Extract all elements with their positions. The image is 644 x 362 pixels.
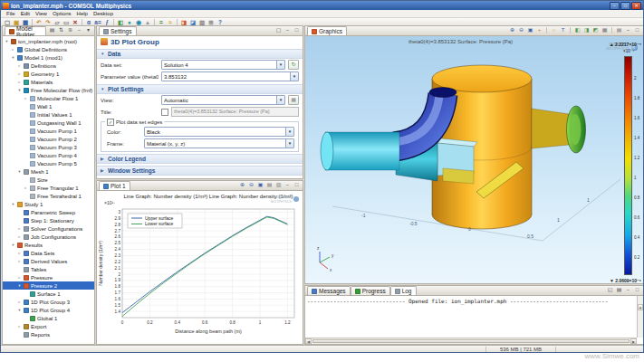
- show-hide-icon[interactable]: ▤: [48, 26, 56, 34]
- plot1-canvas[interactable]: 1.41.51.61.71.81.922.12.22.32.42.52.62.7…: [97, 191, 303, 345]
- section-window-settings[interactable]: ▶ Window Settings: [97, 166, 303, 176]
- chevron-open-icon[interactable]: ▾: [17, 308, 22, 312]
- tree-item-vacuum-pump-4[interactable]: Vacuum Pump 4: [3, 151, 94, 159]
- title-bar[interactable]: ion_implanter.mph - COMSOL Multiphysics …: [1, 1, 643, 10]
- tree-item-data-sets[interactable]: ▹Data Sets: [3, 249, 94, 257]
- section-data[interactable]: ▼ Data: [97, 49, 303, 59]
- chevron-closed-icon[interactable]: ▹: [24, 96, 28, 100]
- tab-messages[interactable]: Messages: [307, 286, 351, 295]
- chevron-closed-icon[interactable]: ▹: [17, 226, 22, 231]
- tab-settings[interactable]: Settings: [99, 26, 137, 35]
- tree-item-wall-1[interactable]: Wall 1: [3, 102, 94, 110]
- model-3d-scene[interactable]: z y x: [305, 36, 643, 283]
- log-vertical-scrollbar[interactable]: ▲ ▼: [637, 296, 643, 338]
- transparency-icon[interactable]: T: [559, 26, 567, 34]
- maximize-icon[interactable]: □: [293, 26, 301, 34]
- menu-help[interactable]: Help: [74, 11, 91, 16]
- tree-item-free-tetrahedral-1[interactable]: Free Tetrahedral 1: [3, 192, 94, 200]
- tab-plot-1[interactable]: Plot 1: [99, 181, 130, 190]
- chevron-open-icon[interactable]: ▾: [11, 202, 15, 206]
- tree-item-surface-1[interactable]: Surface 1: [3, 290, 94, 298]
- tree-item-vacuum-pump-3[interactable]: Vacuum Pump 3: [3, 143, 94, 151]
- tree-item-definitions[interactable]: ▹Definitions: [3, 62, 94, 70]
- detach-icon[interactable]: ▢: [274, 26, 283, 34]
- tree-item-solver-configurations[interactable]: ▹Solver Configurations: [3, 224, 94, 233]
- section-plot-settings[interactable]: ▼ Plot Settings: [97, 84, 303, 94]
- minimize-button[interactable]: −: [610, 2, 620, 10]
- tree-item-global-1[interactable]: Global 1: [3, 314, 94, 322]
- tree-item-molecular-flow-1[interactable]: ▹Molecular Flow 1: [3, 94, 94, 102]
- chevron-closed-icon[interactable]: ▹: [17, 71, 22, 76]
- tree-item-step-1-stationary[interactable]: Step 1: Stationary: [3, 216, 94, 224]
- zoom-extents-icon[interactable]: ▣: [526, 26, 534, 34]
- zoom-in-icon[interactable]: ⊕: [508, 26, 516, 34]
- minimize-icon[interactable]: −: [284, 181, 292, 189]
- image-export-icon[interactable]: ▥: [274, 181, 283, 189]
- chevron-closed-icon[interactable]: ▹: [11, 47, 15, 52]
- tree-item-reports[interactable]: Reports: [3, 330, 94, 338]
- tree-item-results[interactable]: ▾Results: [3, 241, 94, 249]
- log-horizontal-scrollbar[interactable]: ◀ ▶: [305, 338, 637, 344]
- chevron-closed-icon[interactable]: ▹: [17, 234, 22, 239]
- tree-item-export[interactable]: ▹Export: [3, 322, 94, 330]
- plot-dataset-edges-checkbox[interactable]: ✓: [107, 119, 114, 126]
- maximize-icon[interactable]: □: [293, 181, 301, 189]
- parameter-value-combo[interactable]: 3.853132 ▼: [161, 71, 299, 81]
- view-yz-icon[interactable]: ◨: [582, 26, 591, 34]
- snapshot-icon[interactable]: ▤: [615, 26, 623, 34]
- menu-file[interactable]: File: [4, 11, 18, 16]
- title-checkbox[interactable]: [161, 109, 168, 116]
- menu-desktop[interactable]: Desktop: [91, 11, 116, 16]
- menu-options[interactable]: Options: [50, 11, 74, 16]
- zoom-out-icon[interactable]: ⊖: [247, 181, 255, 189]
- scrollbar-thumb[interactable]: [312, 339, 630, 343]
- tab-progress[interactable]: Progress: [351, 286, 390, 295]
- tree-item-vacuum-pump-2[interactable]: Vacuum Pump 2: [3, 135, 94, 143]
- minimize-icon[interactable]: −: [284, 26, 292, 34]
- chevron-closed-icon[interactable]: ▹: [17, 63, 22, 68]
- tree-item-tables[interactable]: Tables: [3, 265, 94, 273]
- view-xz-icon[interactable]: ◩: [591, 26, 600, 34]
- chevron-closed-icon[interactable]: ▹: [24, 186, 28, 190]
- tree-item-derived-values[interactable]: ▹Derived Values: [3, 257, 94, 265]
- chevron-closed-icon[interactable]: ▹: [17, 300, 22, 304]
- chevron-open-icon[interactable]: ▾: [17, 88, 22, 92]
- tree-item-global-definitions[interactable]: ▹Global Definitions: [3, 45, 94, 53]
- chevron-open-icon[interactable]: ▾: [5, 39, 9, 43]
- zoom-extents-icon[interactable]: ▣: [256, 181, 264, 189]
- maximize-icon[interactable]: □: [633, 26, 641, 34]
- chevron-open-icon[interactable]: ▾: [17, 169, 22, 174]
- tab-log[interactable]: Log: [390, 286, 417, 295]
- tree-item-model-1-mod1[interactable]: ▾Model 1 (mod1): [3, 53, 94, 62]
- menu-edit[interactable]: Edit: [18, 11, 33, 16]
- tree-item-free-molecular-flow-fmf[interactable]: ▾Free Molecular Flow (fmf): [3, 86, 94, 94]
- tree-item-size[interactable]: Size: [3, 176, 94, 184]
- chevron-open-icon[interactable]: ▾: [17, 283, 22, 288]
- view-settings-button[interactable]: ▦: [288, 95, 299, 105]
- axis-limits-icon[interactable]: ▤: [265, 181, 274, 189]
- tree-item-study-1[interactable]: ▾Study 1: [3, 200, 94, 208]
- float-icon[interactable]: ◱: [606, 286, 614, 294]
- tree-item-mesh-1[interactable]: ▾Mesh 1: [3, 167, 94, 176]
- tree-item-geometry-1[interactable]: ▹Geometry 1: [3, 70, 94, 78]
- dataset-combo[interactable]: Solution 4 ▼: [161, 60, 285, 70]
- scroll-left-icon[interactable]: ◀: [305, 338, 312, 344]
- plot-refresh-button[interactable]: ↻: [288, 60, 299, 70]
- tree-item-vacuum-pump-5[interactable]: Vacuum Pump 5: [3, 159, 94, 167]
- scroll-right-icon[interactable]: ▶: [630, 338, 637, 344]
- menu-view[interactable]: View: [33, 11, 50, 16]
- tree-item-job-configurations[interactable]: ▹Job Configurations: [3, 233, 94, 241]
- go-to-default-view-icon[interactable]: +: [535, 26, 543, 34]
- section-color-legend[interactable]: ▶ Color Legend: [97, 154, 303, 164]
- color-combo[interactable]: Black ▼: [144, 127, 294, 137]
- close-button[interactable]: ✕: [631, 2, 641, 10]
- collapse-all-icon[interactable]: −: [75, 26, 83, 34]
- view-xy-icon[interactable]: ◧: [573, 26, 582, 34]
- chevron-closed-icon[interactable]: ▹: [17, 275, 22, 280]
- move-node-icon[interactable]: ⇅: [57, 26, 65, 34]
- menu-icon[interactable]: ▾: [84, 26, 92, 34]
- chevron-closed-icon[interactable]: ▹: [17, 80, 22, 84]
- tree-item-outgassing-wall-1[interactable]: Outgassing Wall 1: [3, 119, 94, 127]
- tree-item-vacuum-pump-1[interactable]: Vacuum Pump 1: [3, 127, 94, 135]
- frame-combo[interactable]: Material (x, y, z) ▼: [144, 138, 294, 148]
